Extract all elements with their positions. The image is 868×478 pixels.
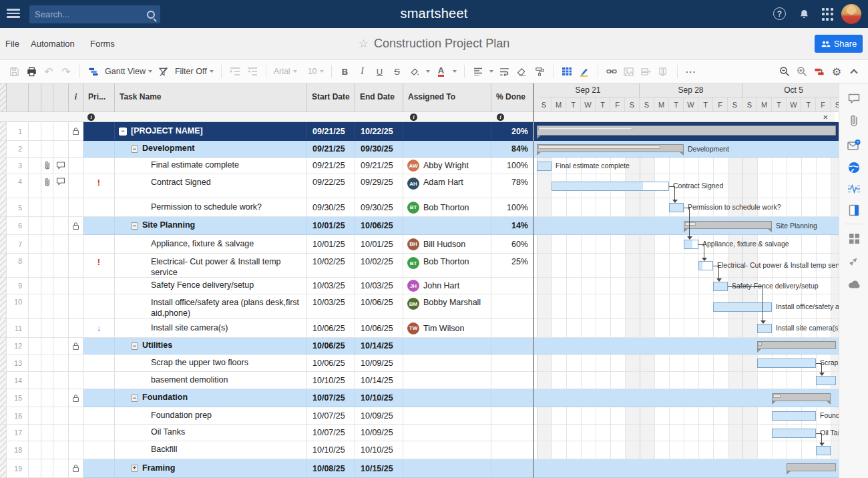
assigned-cell[interactable]: [403, 122, 491, 141]
task-cell[interactable]: Backfill: [115, 441, 307, 459]
assigned-cell[interactable]: [403, 372, 491, 389]
assigned-cell[interactable]: TWTim Wilson: [403, 319, 491, 338]
gantt-row-18[interactable]: [534, 441, 839, 459]
critical-path-icon[interactable]: [813, 63, 826, 80]
row-19[interactable]: 19+Framing10/08/2510/15/25: [0, 459, 534, 478]
blank-cell[interactable]: [29, 425, 41, 441]
row-drag-handle[interactable]: [0, 198, 7, 217]
align-icon[interactable]: [471, 63, 485, 80]
task-cell[interactable]: Contract Signed: [115, 174, 307, 198]
gantt-week-header[interactable]: Sep 28: [640, 83, 742, 97]
app-launcher-icon[interactable]: [821, 7, 834, 21]
row-drag-handle[interactable]: [0, 158, 7, 174]
attachments-icon[interactable]: [847, 114, 861, 128]
end-date-cell[interactable]: 10/06/25: [355, 294, 403, 319]
blank-cell[interactable]: [29, 372, 41, 389]
assigned-to-column-header[interactable]: Assigned To: [403, 83, 491, 111]
attachment-icon[interactable]: [41, 158, 53, 174]
attach-cell[interactable]: [41, 372, 53, 389]
blank-cell[interactable]: [29, 441, 41, 459]
attach-cell[interactable]: [41, 254, 53, 278]
task-cell[interactable]: Oil Tanks: [115, 425, 307, 441]
pri-cell[interactable]: [83, 122, 115, 141]
attach-cell[interactable]: [41, 441, 53, 459]
assigned-cell[interactable]: BTBob Thorton: [403, 254, 491, 278]
row-drag-handle[interactable]: [0, 235, 7, 254]
row-number[interactable]: 4: [7, 174, 29, 198]
row-drag-handle[interactable]: [0, 174, 7, 198]
attach-cell[interactable]: [41, 459, 53, 478]
gantt-bar-row-7[interactable]: [684, 240, 698, 249]
percent-done-cell[interactable]: [491, 425, 534, 441]
lock-icon[interactable]: [69, 389, 83, 407]
percent-done-cell[interactable]: 84%: [491, 141, 534, 158]
done-info-icon[interactable]: i: [497, 113, 504, 121]
strikethrough-button[interactable]: S: [391, 63, 404, 80]
gantt-view-icon[interactable]: [87, 63, 100, 80]
end-date-cell[interactable]: 10/06/25: [355, 217, 403, 235]
row-number[interactable]: 14: [7, 372, 29, 389]
comment-cell[interactable]: [53, 338, 69, 354]
account-avatar[interactable]: [841, 4, 861, 24]
send-arrows-icon[interactable]: [847, 254, 861, 268]
row-3[interactable]: 3Final estimate complete09/21/2509/21/25…: [0, 158, 534, 174]
row-drag-handle[interactable]: [0, 389, 7, 407]
comment-cell[interactable]: [53, 254, 69, 278]
blank-cell[interactable]: [29, 389, 41, 407]
info-cell[interactable]: [69, 158, 83, 174]
blank-cell[interactable]: [29, 294, 41, 319]
update-requests-icon[interactable]: ?: [847, 138, 861, 152]
assigned-cell[interactable]: BMBobby Marshall: [403, 294, 491, 319]
end-date-cell[interactable]: 09/21/25: [355, 158, 403, 174]
row-2[interactable]: 2−Development09/21/2509/30/2584%: [0, 141, 534, 158]
comment-cell[interactable]: [53, 425, 69, 441]
attach-cell[interactable]: [41, 294, 53, 319]
pri-cell[interactable]: !: [83, 254, 115, 278]
font-size-selector[interactable]: 10: [308, 67, 317, 76]
row-13[interactable]: 13Scrap the upper two floors10/06/2510/0…: [0, 354, 534, 372]
italic-button[interactable]: I: [356, 63, 369, 80]
row-drag-handle[interactable]: [0, 459, 7, 478]
gantt-bar-row-3[interactable]: [537, 162, 552, 171]
task-cell[interactable]: −Site Planning: [115, 217, 307, 235]
priority-info-icon[interactable]: i: [87, 113, 95, 121]
gantt-bar-row-5[interactable]: [669, 203, 684, 212]
start-date-cell[interactable]: 10/01/25: [307, 217, 355, 235]
print-icon[interactable]: [25, 63, 38, 80]
blank-cell[interactable]: [29, 198, 41, 217]
row-drag-handle[interactable]: [0, 354, 7, 372]
end-date-cell[interactable]: 10/09/25: [355, 354, 403, 372]
row-6[interactable]: 6−Site Planning10/01/2510/06/2514%: [0, 217, 534, 235]
row-number[interactable]: 7: [7, 235, 29, 254]
gantt-bar-row-14[interactable]: [816, 376, 836, 385]
task-cell[interactable]: Foundation prep: [115, 407, 307, 425]
row-number[interactable]: 15: [7, 389, 29, 407]
row-4[interactable]: 4!Contract Signed09/22/2509/29/25AHAdam …: [0, 174, 534, 198]
lock-icon[interactable]: [69, 217, 83, 235]
conversations-icon[interactable]: [847, 91, 861, 105]
link-icon[interactable]: [605, 63, 618, 80]
comment-cell[interactable]: [53, 278, 69, 294]
assigned-cell[interactable]: BHBill Hudson: [403, 235, 491, 254]
end-date-cell[interactable]: 10/10/25: [355, 441, 403, 459]
row-number[interactable]: 18: [7, 441, 29, 459]
row-number[interactable]: 11: [7, 319, 29, 338]
comment-cell[interactable]: [53, 217, 69, 235]
start-date-cell[interactable]: 10/01/25: [307, 235, 355, 254]
gantt-bar-row-13[interactable]: [757, 358, 816, 368]
assigned-cell[interactable]: BTBob Thorton: [403, 198, 491, 217]
comment-icon[interactable]: [53, 174, 69, 198]
view-caret-icon[interactable]: [148, 70, 152, 73]
row-11[interactable]: 11↓Install site camera(s)10/06/2510/06/2…: [0, 319, 534, 338]
row-number[interactable]: 13: [7, 354, 29, 372]
pri-cell[interactable]: [83, 459, 115, 478]
row-9[interactable]: 9Safety Fence delivery/setup10/03/2510/0…: [0, 278, 534, 294]
collapse-icon[interactable]: −: [131, 222, 138, 230]
row-number[interactable]: 17: [7, 425, 29, 441]
view-selector[interactable]: Gantt View: [105, 67, 146, 76]
pri-cell[interactable]: [83, 158, 115, 174]
collapse-toolbar-icon[interactable]: [847, 63, 861, 80]
row-8[interactable]: 8!Electrical- Cut power & Install temp s…: [0, 254, 534, 278]
info-cell[interactable]: [69, 441, 83, 459]
attachment-column-header[interactable]: [41, 83, 53, 111]
